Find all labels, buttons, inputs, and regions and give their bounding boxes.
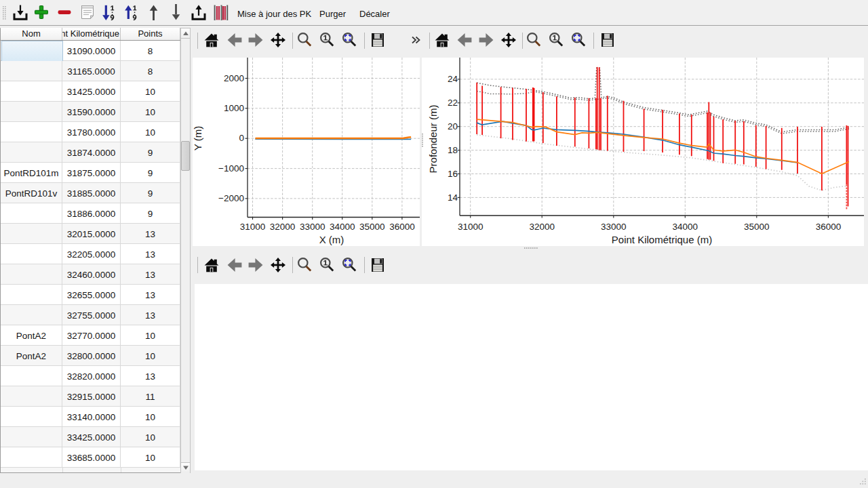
svg-text:36000: 36000 [389,222,415,232]
svg-text:−2000: −2000 [218,193,244,203]
svg-text:16: 16 [448,169,458,179]
svg-text:35000: 35000 [744,222,770,232]
svg-text:0: 0 [239,133,244,143]
svg-text:22: 22 [448,98,458,108]
svg-text:24: 24 [448,74,458,84]
svg-text:18: 18 [448,145,458,155]
svg-text:31000: 31000 [240,222,266,232]
svg-text:14: 14 [448,192,458,203]
svg-text:32000: 32000 [529,222,555,232]
svg-text:2000: 2000 [224,73,244,83]
svg-text:X (m): X (m) [319,234,344,245]
svg-text:35000: 35000 [359,222,385,232]
svg-text:34000: 34000 [330,222,355,232]
svg-text:34000: 34000 [673,222,698,232]
svg-text:31000: 31000 [458,222,484,232]
svg-text:33000: 33000 [300,222,326,232]
svg-text:Y (m): Y (m) [193,126,203,150]
svg-text:20: 20 [448,121,458,131]
svg-text:32000: 32000 [270,222,296,232]
svg-text:Point Kilométrique (m): Point Kilométrique (m) [612,234,712,245]
svg-text:36000: 36000 [816,222,842,232]
svg-text:1000: 1000 [224,103,244,113]
svg-text:Profondeur (m): Profondeur (m) [427,105,439,174]
svg-text:33000: 33000 [601,222,627,232]
svg-text:−1000: −1000 [218,163,244,174]
